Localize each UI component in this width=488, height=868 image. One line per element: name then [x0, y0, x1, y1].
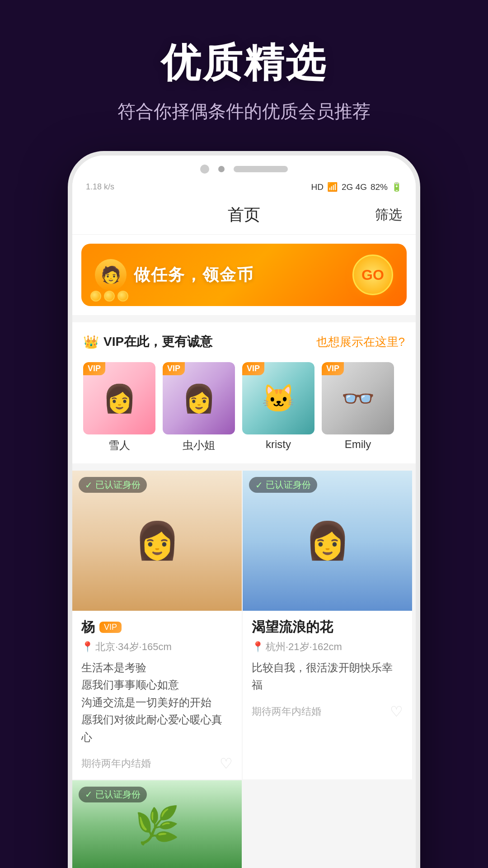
vip-badge-3: VIP — [242, 362, 264, 375]
profile-name-row-2: 渴望流浪的花 — [252, 618, 403, 637]
profile-card-3[interactable]: 🌿 ✓ 已认证身份 — [72, 780, 242, 868]
profile-cards-grid: 👩 ✓ 已认证身份 杨 VIP 📍 北京·34岁·165cm — [72, 471, 416, 868]
vip-badge-4: VIP — [322, 362, 344, 375]
notch-camera — [200, 165, 209, 174]
content-area: 🧑 做任务，领金币 GO 👑 VIP在此，更有诚意 也想展示在这里? — [72, 235, 416, 868]
vip-badge-1: VIP — [83, 362, 105, 375]
profile-card-2[interactable]: 👩 ✓ 已认证身份 渴望流浪的花 📍 杭州·21岁·162cm — [243, 471, 412, 779]
banner-text: 做任务，领金币 — [134, 264, 254, 286]
profile-location-1: 📍 北京·34岁·165cm — [81, 640, 233, 654]
hero-subtitle: 符合你择偶条件的优质会员推荐 — [18, 99, 470, 124]
banner-character-icon: 🧑 — [95, 259, 127, 291]
verified-badge-3: ✓ 已认证身份 — [79, 787, 147, 802]
profile-location-text-1: 北京·34岁·165cm — [95, 640, 172, 654]
vip-name-2: 虫小姐 — [163, 438, 235, 453]
phone-notch — [72, 156, 416, 178]
status-icons: HD 📶 2G 4G 82% 🔋 — [311, 182, 402, 192]
top-nav-bar: 首页 筛选 — [72, 196, 416, 235]
banner-wrap: 🧑 做任务，领金币 GO — [72, 235, 416, 315]
profile-marriage-2: 期待两年内结婚 ♡ — [243, 698, 412, 727]
banner-coins — [90, 291, 128, 302]
vip-title-text: VIP在此，更有诚意 — [103, 333, 212, 350]
verified-check-1: ✓ — [85, 480, 93, 491]
vip-name-3: kristy — [242, 438, 314, 451]
vip-show-link[interactable]: 也想展示在这里? — [316, 334, 405, 350]
profile-card-1[interactable]: 👩 ✓ 已认证身份 杨 VIP 📍 北京·34岁·165cm — [72, 471, 242, 779]
marriage-text-2: 期待两年内结婚 — [252, 705, 321, 718]
profile-info-2: 渴望流浪的花 📍 杭州·21岁·162cm — [243, 611, 412, 659]
profile-name-row-1: 杨 VIP — [81, 618, 233, 637]
profile-image-2: 👩 ✓ 已认证身份 — [243, 471, 412, 611]
verified-text-2: 已认证身份 — [266, 479, 311, 491]
vip-card-1[interactable]: 👩 VIP 雪人 — [83, 362, 155, 453]
coin-3 — [117, 291, 128, 302]
status-wifi-icon: 📶 — [327, 182, 338, 192]
vip-card-2[interactable]: 👩 VIP 虫小姐 — [163, 362, 235, 453]
profile-location-text-2: 杭州·21岁·162cm — [266, 640, 342, 654]
status-hd: HD — [311, 182, 324, 192]
profile-vip-tag-1: VIP — [99, 622, 122, 633]
hero-title: 优质精选 — [18, 36, 470, 90]
notch-sensor — [218, 166, 225, 172]
verified-text-1: 已认证身份 — [95, 479, 141, 491]
coin-1 — [90, 291, 101, 302]
verified-check-2: ✓ — [255, 480, 263, 491]
marriage-text-1: 期待两年内结婚 — [81, 757, 151, 770]
vip-emoji-2: 👩 — [182, 382, 216, 415]
status-signal: 2G 4G — [342, 182, 367, 192]
filter-button[interactable]: 筛选 — [375, 206, 402, 224]
crown-icon: 👑 — [83, 335, 99, 349]
page-title: 首页 — [113, 204, 375, 226]
verified-badge-1: ✓ 已认证身份 — [79, 477, 147, 493]
vip-section-title: 👑 VIP在此，更有诚意 — [83, 333, 212, 350]
vip-emoji-3: 🐱 — [262, 382, 296, 415]
vip-cards-list: 👩 VIP 雪人 👩 VIP 虫小姐 🐱 VIP kristy — [72, 358, 416, 463]
phone-frame: 1.18 k/s HD 📶 2G 4G 82% 🔋 首页 筛选 🧑 做任务，领金… — [68, 151, 420, 868]
vip-section-header: 👑 VIP在此，更有诚意 也想展示在这里? — [72, 322, 416, 358]
status-speed: 1.18 k/s — [86, 182, 114, 192]
profile-info-1: 杨 VIP 📍 北京·34岁·165cm — [72, 611, 242, 659]
status-bar: 1.18 k/s HD 📶 2G 4G 82% 🔋 — [72, 178, 416, 196]
vip-name-4: Emily — [322, 438, 394, 451]
location-pin-icon-2: 📍 — [252, 641, 264, 653]
vip-badge-2: VIP — [163, 362, 185, 375]
profile-emoji-2: 👩 — [305, 519, 350, 562]
profile-desc-1: 生活本是考验愿我们事事顺心如意沟通交流是一切美好的开始愿我们对彼此耐心爱心暖心真… — [72, 659, 242, 750]
profile-name-1: 杨 — [81, 618, 95, 637]
vip-emoji-4: 👓 — [341, 382, 375, 415]
vip-card-4[interactable]: 👓 VIP Emily — [322, 362, 394, 453]
verified-badge-2: ✓ 已认证身份 — [249, 477, 317, 493]
profile-emoji-3: 🌿 — [135, 804, 180, 847]
heart-icon-2[interactable]: ♡ — [390, 703, 403, 720]
hero-section: 优质精选 符合你择偶条件的优质会员推荐 — [0, 0, 488, 151]
status-battery: 82% — [371, 182, 388, 192]
banner-go-button[interactable]: GO — [352, 255, 393, 295]
profile-name-2: 渴望流浪的花 — [252, 618, 333, 637]
verified-text-3: 已认证身份 — [95, 788, 141, 801]
profile-marriage-1: 期待两年内结婚 ♡ — [72, 750, 242, 779]
task-banner[interactable]: 🧑 做任务，领金币 GO — [81, 244, 407, 306]
banner-left: 🧑 做任务，领金币 — [95, 259, 254, 291]
vip-name-1: 雪人 — [83, 438, 155, 453]
heart-icon-1[interactable]: ♡ — [220, 755, 233, 772]
verified-check-3: ✓ — [85, 789, 93, 800]
coin-2 — [104, 291, 115, 302]
location-pin-icon-1: 📍 — [81, 641, 94, 653]
profile-image-1: 👩 ✓ 已认证身份 — [72, 471, 242, 611]
battery-icon: 🔋 — [391, 182, 402, 192]
profile-image-3: 🌿 ✓ 已认证身份 — [72, 780, 242, 868]
profile-desc-2: 比较自我，很活泼开朗快乐幸福 — [243, 659, 412, 698]
vip-card-3[interactable]: 🐱 VIP kristy — [242, 362, 314, 453]
notch-speaker — [234, 166, 288, 172]
profile-emoji-1: 👩 — [135, 519, 180, 562]
profile-location-2: 📍 杭州·21岁·162cm — [252, 640, 403, 654]
vip-emoji-1: 👩 — [103, 382, 136, 415]
